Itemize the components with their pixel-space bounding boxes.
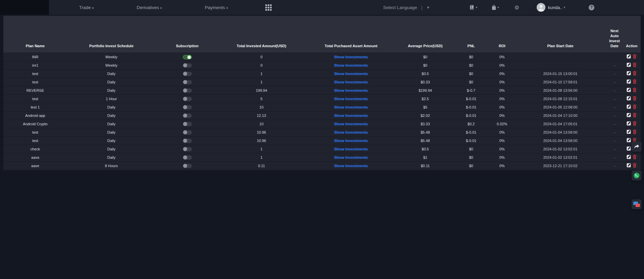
subscription-toggle[interactable] (183, 80, 192, 84)
subscription-toggle[interactable] (183, 55, 192, 59)
subscription-toggle[interactable] (183, 63, 192, 68)
delete-trash-icon[interactable] (633, 113, 637, 117)
language-selector[interactable]: Select Language | ▼ (383, 5, 430, 10)
show-investments-link[interactable]: Show Investments (334, 88, 368, 92)
menu-derivatives[interactable]: Derivatives▾ (137, 5, 162, 10)
action-cell (623, 78, 641, 86)
show-investments-link[interactable]: Show Investments (334, 130, 368, 134)
delete-trash-icon[interactable] (633, 88, 637, 92)
show-investments-link[interactable]: Show Investments (334, 139, 368, 143)
show-investments-link[interactable]: Show Investments (334, 97, 368, 101)
plan-start-date-cell: 2024-01-02 13:02:01 (515, 145, 606, 153)
pnl-cell: $0 (452, 153, 489, 162)
delete-trash-icon[interactable] (633, 71, 637, 75)
average-price-cell: $0.11 (398, 162, 452, 170)
subscription-toggle[interactable] (183, 88, 192, 93)
action-cell (623, 70, 641, 78)
edit-icon[interactable] (627, 146, 631, 151)
chat-float-button[interactable] (632, 199, 642, 209)
plan-start-date-cell (515, 61, 606, 70)
total-invested-cell: 0 (219, 61, 304, 70)
subscription-toggle[interactable] (183, 122, 192, 126)
total-invested-cell: 10.96 (219, 137, 304, 145)
delete-trash-icon[interactable] (633, 96, 637, 100)
edit-icon[interactable] (627, 104, 631, 109)
plan-start-date-cell: 2024-01-08 12:15:01 (515, 95, 606, 103)
subscription-cell (156, 53, 219, 61)
next-auto-invest-date-cell: - (606, 103, 623, 112)
subscription-toggle[interactable] (183, 155, 192, 160)
share-float-button[interactable] (632, 142, 642, 152)
show-investments-link[interactable]: Show Investments (334, 105, 368, 109)
edit-icon[interactable] (627, 138, 631, 142)
delete-trash-icon[interactable] (633, 130, 637, 134)
table-row: test Daily 10.96 Show Investments $5.48 … (3, 128, 641, 137)
subscription-toggle[interactable] (183, 97, 192, 101)
edit-icon[interactable] (627, 79, 631, 84)
delete-trash-icon[interactable] (633, 104, 637, 109)
plan-name-cell: test 1 (3, 103, 67, 112)
menu-payments[interactable]: Payments▾ (205, 5, 228, 10)
subscription-toggle[interactable] (183, 147, 192, 151)
user-menu[interactable]: kunda.. ▾ (537, 3, 565, 12)
total-purchased-cell: Show Investments (304, 153, 398, 162)
book-icon (469, 5, 475, 10)
delete-trash-icon[interactable] (633, 155, 637, 159)
edit-icon[interactable] (627, 88, 631, 92)
edit-icon[interactable] (627, 113, 631, 117)
subscription-cell (156, 103, 219, 112)
shop-menu[interactable]: ▾ (491, 5, 499, 10)
edit-icon[interactable] (627, 54, 631, 59)
total-purchased-cell: Show Investments (304, 78, 398, 86)
help-icon[interactable]: ? (589, 5, 594, 10)
show-investments-link[interactable]: Show Investments (334, 122, 368, 126)
delete-trash-icon[interactable] (633, 63, 637, 67)
average-price-cell: $0.5 (398, 145, 452, 153)
menu-trade[interactable]: Trade▾ (79, 5, 94, 10)
show-investments-link[interactable]: Show Investments (334, 147, 368, 151)
delete-trash-icon[interactable] (633, 163, 637, 167)
average-price-cell: $5.48 (398, 128, 452, 137)
show-investments-link[interactable]: Show Investments (334, 164, 368, 168)
show-investments-link[interactable]: Show Investments (334, 155, 368, 159)
settings-gear-icon[interactable]: ⚙ (514, 4, 519, 11)
edit-icon[interactable] (627, 96, 631, 100)
invest-schedule-cell: Daily (67, 103, 156, 112)
orders-menu[interactable]: ▾ (469, 5, 477, 10)
action-cell (623, 53, 641, 61)
apps-grid-icon[interactable] (265, 4, 272, 11)
show-investments-link[interactable]: Show Investments (334, 63, 368, 67)
table-row: test 1 Daily 10 Show Investments $5 $-0.… (3, 103, 641, 112)
edit-icon[interactable] (627, 155, 631, 159)
show-investments-link[interactable]: Show Investments (334, 114, 368, 118)
edit-icon[interactable] (627, 63, 631, 67)
average-price-cell: $199.94 (398, 86, 452, 95)
subscription-toggle[interactable] (183, 139, 192, 143)
total-invested-cell: 0.11 (219, 162, 304, 170)
show-investments-link[interactable]: Show Investments (334, 55, 368, 59)
show-investments-link[interactable]: Show Investments (334, 80, 368, 84)
total-invested-cell: 5 (219, 95, 304, 103)
average-price-cell: $0 (398, 61, 452, 70)
subscription-toggle[interactable] (183, 114, 192, 118)
col-action: Action (623, 16, 641, 53)
subscription-cell (156, 112, 219, 120)
edit-icon[interactable] (627, 130, 631, 134)
delete-trash-icon[interactable] (633, 79, 637, 84)
subscription-toggle[interactable] (183, 72, 192, 76)
delete-trash-icon[interactable] (633, 54, 637, 59)
edit-icon[interactable] (627, 71, 631, 75)
subscription-toggle[interactable] (183, 164, 192, 168)
delete-trash-icon[interactable] (633, 121, 637, 126)
total-invested-cell: 10.96 (219, 128, 304, 137)
pnl-cell: $0.2 (452, 120, 489, 128)
action-cell (623, 128, 641, 137)
total-invested-cell: 1 (219, 78, 304, 86)
subscription-toggle[interactable] (183, 105, 192, 110)
roi-cell: 0% (490, 153, 515, 162)
edit-icon[interactable] (627, 163, 631, 167)
edit-icon[interactable] (627, 121, 631, 126)
whatsapp-float-button[interactable] (632, 170, 642, 181)
subscription-toggle[interactable] (183, 130, 192, 135)
show-investments-link[interactable]: Show Investments (334, 72, 368, 76)
